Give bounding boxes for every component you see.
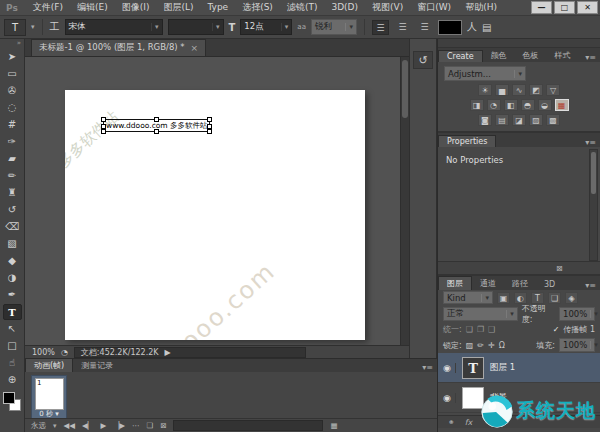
marquee-tool[interactable]: ▭ — [3, 66, 22, 82]
font-family-select[interactable]: 宋体▾ — [65, 19, 163, 35]
blend-mode-select[interactable]: 正常▾ — [443, 307, 518, 321]
photo-filter-icon[interactable]: ◓ — [521, 99, 535, 111]
dodge-tool[interactable]: ◑ — [3, 270, 22, 286]
convert-timeline-icon[interactable]: ▦ — [330, 421, 337, 430]
panel-menu-icon[interactable]: ▾≡ — [585, 138, 596, 147]
collapse-toolbar-icon[interactable]: » — [17, 39, 21, 48]
first-frame-button[interactable]: ◀◀ — [64, 421, 76, 430]
transform-handle[interactable] — [101, 117, 106, 122]
unify-position-icon[interactable]: ❏ — [466, 325, 473, 334]
lock-pixels-icon[interactable]: ✏ — [477, 341, 484, 350]
tab-styles[interactable]: 样式 — [547, 49, 579, 62]
layer-row-text[interactable]: ◉ T 图层 1 — [438, 353, 600, 383]
panel-menu-icon[interactable]: ▾≡ — [422, 363, 433, 372]
eye-icon[interactable]: ◉ — [442, 363, 456, 373]
chevron-down-icon[interactable]: ▾ — [31, 23, 35, 31]
status-arrow-icon[interactable]: ▶ — [165, 348, 171, 357]
zoom-level[interactable]: 100% — [32, 348, 55, 357]
transform-handle[interactable] — [207, 129, 212, 134]
channel-mixer-icon[interactable]: ◒ — [538, 99, 552, 111]
healing-brush-tool[interactable]: ▰ — [3, 151, 22, 167]
menu-view[interactable]: 视图(V) — [365, 0, 410, 15]
close-tab-icon[interactable]: × — [191, 43, 199, 53]
prev-frame-button[interactable]: ◀▏ — [82, 421, 94, 430]
scrollbar-thumb[interactable] — [402, 60, 408, 118]
tab-measurement-log[interactable]: 测量记录 — [73, 359, 121, 372]
invert-icon[interactable]: ◙ — [478, 114, 492, 126]
toggle-panels-icon[interactable]: ▤ — [482, 22, 491, 33]
align-center-button[interactable]: ☰ — [394, 20, 411, 35]
lock-position-icon[interactable]: ✛ — [488, 341, 495, 350]
menu-help[interactable]: 帮助(H) — [458, 0, 504, 15]
link-layers-icon[interactable]: ⚭ — [448, 418, 455, 427]
filter-pixel-icon[interactable]: ▣ — [497, 292, 510, 304]
tab-channels[interactable]: 通道 — [472, 277, 504, 290]
warp-text-icon[interactable]: 人 — [467, 20, 477, 34]
delete-frame-button[interactable]: ⊠ — [160, 421, 166, 430]
lock-transparent-icon[interactable]: ▨ — [466, 341, 474, 350]
text-color-swatch[interactable] — [438, 20, 462, 35]
transform-handle[interactable] — [154, 129, 159, 134]
menu-filter[interactable]: 滤镜(T) — [280, 0, 325, 15]
move-tool[interactable]: ➤ — [3, 49, 22, 65]
zoom-tool[interactable]: ⊕ — [3, 372, 22, 388]
play-button[interactable]: ▶ — [101, 421, 107, 430]
tab-properties[interactable]: Properties — [438, 135, 496, 147]
pen-tool[interactable]: ✒ — [3, 287, 22, 303]
tween-button[interactable]: ⋯ — [132, 421, 140, 430]
document-tab[interactable]: 未标题-1 @ 100% (图层 1, RGB/8) * × — [31, 39, 206, 56]
close-button[interactable]: ✕ — [577, 1, 598, 14]
eraser-tool[interactable]: ⌫ — [3, 219, 22, 235]
eyedropper-tool[interactable]: ✑ — [3, 134, 22, 150]
tab-create[interactable]: Create — [438, 50, 483, 62]
tab-color[interactable]: 颜色 — [483, 49, 515, 62]
frame-thumbnail[interactable]: 1 — [35, 378, 64, 410]
document-canvas[interactable]: www.ddooo.com 多多软件站 www.ddooo.com 多多软件站 — [65, 90, 365, 340]
dock-header[interactable] — [438, 39, 600, 48]
maximize-button[interactable]: □ — [554, 1, 575, 14]
propagate-checkbox[interactable]: ✓ — [553, 325, 560, 334]
blur-tool[interactable]: ◆ — [3, 253, 22, 269]
color-lookup-icon[interactable]: ▦ — [555, 99, 569, 111]
align-left-button[interactable]: ☰ — [372, 20, 389, 35]
tab-paths[interactable]: 路径 — [504, 277, 536, 290]
history-brush-tool[interactable]: ↺ — [3, 202, 22, 218]
layer-thumbnail[interactable]: T — [462, 357, 484, 379]
transform-handle[interactable] — [101, 129, 106, 134]
foreground-color-swatch[interactable] — [3, 392, 15, 404]
exposure-icon[interactable]: ◩ — [529, 84, 543, 96]
path-selection-tool[interactable]: ↖ — [3, 321, 22, 337]
history-panel-icon[interactable]: ↺ — [413, 51, 433, 69]
canvas-area[interactable]: www.ddooo.com 多多软件站 www.ddooo.com 多多软件站 — [25, 57, 409, 345]
text-orientation-icon[interactable]: 工 — [50, 20, 60, 34]
curves-icon[interactable]: ∿ — [512, 84, 526, 96]
scrollbar-thumb[interactable] — [591, 152, 596, 194]
vibrance-icon[interactable]: ▽ — [546, 84, 560, 96]
shape-tool[interactable]: □ — [3, 338, 22, 354]
next-frame-button[interactable]: ▕▶ — [113, 421, 125, 430]
filter-smart-object-icon[interactable]: ◈ — [565, 292, 578, 304]
menu-type[interactable]: Type — [200, 0, 235, 15]
hue-saturation-icon[interactable]: ◨ — [470, 99, 484, 111]
panel-menu-icon[interactable]: ▾≡ — [585, 281, 596, 290]
type-tool[interactable]: T — [3, 304, 22, 320]
posterize-icon[interactable]: ▤ — [495, 114, 509, 126]
black-white-icon[interactable]: ◧ — [504, 99, 518, 111]
menu-window[interactable]: 窗口(W) — [410, 0, 458, 15]
panel-menu-icon[interactable]: ▾≡ — [585, 53, 596, 62]
minimize-button[interactable]: — — [531, 1, 552, 14]
menu-file[interactable]: 文件(F) — [26, 0, 70, 15]
layer-name[interactable]: 图层 1 — [490, 362, 515, 374]
menu-3d[interactable]: 3D(D) — [324, 0, 365, 15]
duplicate-frame-button[interactable]: ❏ — [146, 421, 153, 430]
filter-kind-select[interactable]: Kind▾ — [443, 291, 493, 304]
trash-icon[interactable]: ⊠ — [556, 264, 563, 273]
tab-3d[interactable]: 3D — [536, 279, 563, 290]
hand-tool[interactable]: ☝ — [3, 355, 22, 371]
tab-swatches[interactable]: 色板 — [515, 49, 547, 62]
menu-image[interactable]: 图像(I) — [115, 0, 157, 15]
brightness-contrast-icon[interactable]: ☀ — [478, 84, 492, 96]
gradient-map-icon[interactable]: ▨ — [529, 114, 543, 126]
color-balance-icon[interactable]: ◔ — [487, 99, 501, 111]
brush-tool[interactable]: ✏ — [3, 168, 22, 184]
